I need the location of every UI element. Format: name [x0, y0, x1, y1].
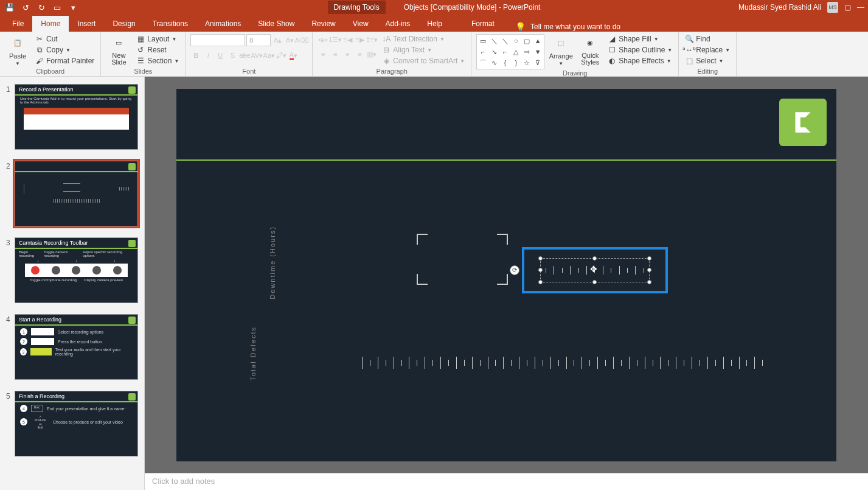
slide-thumbnail-panel[interactable]: 1 Record a Presentation Use the Camtasia… [0, 77, 145, 490]
shape-arc-icon[interactable]: ⌒ [478, 58, 488, 68]
clear-formatting-icon[interactable]: A⌫ [296, 35, 307, 46]
shape-star-icon[interactable]: ☆ [522, 58, 532, 68]
shape-scroll-up-icon[interactable]: ▲ [533, 36, 543, 46]
tab-animations[interactable]: Animations [196, 16, 249, 32]
resize-handle[interactable] [538, 268, 543, 272]
tab-review[interactable]: Review [303, 16, 344, 32]
tab-format[interactable]: Format [463, 16, 503, 32]
shape-oval-icon[interactable]: ○ [511, 36, 521, 46]
tab-home[interactable]: Home [32, 16, 69, 32]
align-left-button[interactable]: ≡ [318, 49, 328, 60]
shape-rbrace-icon[interactable]: } [511, 58, 521, 68]
shape-line-icon[interactable]: ＼ [489, 36, 499, 46]
convert-smartart-button[interactable]: ◈Convert to SmartArt▼ [381, 56, 466, 66]
shape-more-icon[interactable]: ⊽ [533, 58, 543, 68]
resize-handle[interactable] [592, 280, 597, 284]
ribbon-display-options-icon[interactable]: ▢ [844, 3, 851, 12]
resize-handle[interactable] [647, 256, 651, 261]
shape-line2-icon[interactable]: ＼ [500, 36, 510, 46]
slide-thumbnail-3[interactable]: Camtasia Recording Toolbar Begin recordi… [15, 237, 138, 303]
section-button[interactable]: ☰Section▼ [135, 56, 180, 66]
format-painter-button[interactable]: 🖌Format Painter [34, 56, 95, 66]
underline-button[interactable]: U [215, 50, 226, 61]
tab-addins[interactable]: Add-ins [377, 16, 419, 32]
resize-handle[interactable] [647, 280, 651, 284]
slide-thumbnail-5[interactable]: Finish a Recording 4EscEnd your presenta… [15, 391, 138, 457]
user-name[interactable]: Mudassir Syed Rashid Ali [738, 3, 821, 12]
strikethrough-button[interactable]: abc [239, 50, 250, 61]
shape-rrect-icon[interactable]: ▢ [522, 36, 532, 46]
tab-file[interactable]: File [4, 16, 32, 32]
tab-insert[interactable]: Insert [69, 16, 104, 32]
reset-button[interactable]: ↺Reset [135, 45, 180, 55]
font-name-input[interactable] [190, 34, 245, 46]
numbering-button[interactable]: 1☰▾ [330, 34, 341, 45]
align-text-button[interactable]: ⊟Align Text▼ [381, 45, 466, 55]
font-color-button[interactable]: A▾ [288, 50, 299, 61]
increase-indent-button[interactable]: ≡▶ [354, 34, 365, 45]
rotate-handle-icon[interactable]: ⟳ [510, 265, 519, 275]
italic-button[interactable]: I [203, 50, 214, 61]
minimize-icon[interactable]: — [857, 3, 864, 12]
tell-me-search[interactable]: 💡 Tell me what you want to do [515, 22, 620, 32]
shape-triangle-icon[interactable]: △ [511, 47, 521, 57]
justify-button[interactable]: ≡ [354, 49, 365, 60]
notes-pane[interactable]: Click to add notes [145, 473, 868, 490]
tab-slideshow[interactable]: Slide Show [249, 16, 303, 32]
shape-effects-button[interactable]: ◐Shape Effects▼ [606, 56, 673, 66]
shape-outline-button[interactable]: ☐Shape Outline▼ [606, 45, 673, 55]
slide-thumbnail-4[interactable]: Start a Recording 1Select recording opti… [15, 314, 138, 380]
columns-button[interactable]: ▥▾ [366, 49, 377, 60]
find-button[interactable]: 🔍Find [684, 34, 731, 44]
cut-button[interactable]: ✂Cut [34, 34, 95, 44]
slide-canvas-wrap[interactable]: Downtime (Hours) Total Defects ⟳ [145, 77, 868, 473]
increase-font-icon[interactable]: A▴ [272, 35, 283, 46]
tab-design[interactable]: Design [104, 16, 144, 32]
copy-button[interactable]: ⧉Copy▼ [34, 45, 95, 55]
paste-button[interactable]: 📋 Paste ▼ [5, 34, 30, 66]
resize-handle[interactable] [538, 256, 543, 261]
shape-elbow-icon[interactable]: ⌐ [500, 47, 510, 57]
shape-arrow2-icon[interactable]: ⇨ [522, 47, 532, 57]
resize-handle[interactable] [538, 280, 543, 284]
font-size-input[interactable] [246, 34, 271, 46]
slide-canvas[interactable]: Downtime (Hours) Total Defects ⟳ [176, 89, 836, 461]
slide-thumbnail-1[interactable]: Record a Presentation Use the Camtasia A… [15, 84, 138, 150]
start-from-beginning-icon[interactable]: ▭ [51, 1, 63, 13]
highlight-button[interactable]: 🖍▾ [276, 50, 286, 61]
user-avatar[interactable]: MS [827, 2, 838, 13]
quick-styles-button[interactable]: ◉Quick Styles [577, 34, 603, 66]
shape-arrow-icon[interactable]: ↘ [489, 47, 499, 57]
save-icon[interactable]: 💾 [4, 1, 16, 13]
layout-button[interactable]: ▦Layout▼ [135, 34, 180, 44]
bullets-button[interactable]: ⦁☰▾ [318, 34, 328, 45]
char-spacing-button[interactable]: AV▾ [251, 50, 262, 61]
shape-connector-icon[interactable]: ⌐ [478, 47, 488, 57]
arrange-button[interactable]: ⬚Arrange▼ [548, 34, 574, 66]
shape-lbrace-icon[interactable]: { [500, 58, 510, 68]
shapes-gallery[interactable]: ▭＼＼○▢▲ ⌐↘⌐△⇨▼ ⌒∿{}☆⊽ [476, 34, 544, 69]
text-direction-button[interactable]: ↕AText Direction▼ [381, 34, 466, 44]
qat-customize-icon[interactable]: ▾ [67, 1, 79, 13]
new-slide-button[interactable]: ▭ New Slide [106, 34, 131, 66]
shadow-button[interactable]: S [227, 50, 238, 61]
shape-rect-icon[interactable]: ▭ [478, 36, 488, 46]
shape-curve-icon[interactable]: ∿ [489, 58, 499, 68]
change-case-button[interactable]: Aa▾ [263, 50, 274, 61]
decrease-font-icon[interactable]: A▾ [284, 35, 295, 46]
bracket-placeholder[interactable] [417, 234, 508, 285]
align-center-button[interactable]: ≡ [330, 49, 341, 60]
tab-view[interactable]: View [344, 16, 377, 32]
redo-icon[interactable]: ↻ [35, 1, 47, 13]
resize-handle[interactable] [647, 268, 651, 272]
bold-button[interactable]: B [190, 50, 201, 61]
undo-icon[interactable]: ↺ [19, 1, 32, 13]
tab-help[interactable]: Help [418, 16, 451, 32]
tab-transitions[interactable]: Transitions [144, 16, 196, 32]
align-right-button[interactable]: ≡ [342, 49, 353, 60]
resize-handle[interactable] [592, 256, 597, 261]
decrease-indent-button[interactable]: ≡◀ [342, 34, 353, 45]
line-spacing-button[interactable]: ‡≡▾ [366, 34, 377, 45]
selected-shape[interactable]: ⟳ ✥ [522, 247, 668, 293]
replace-button[interactable]: ᵃ↔ᵇReplace ▼ [684, 45, 731, 55]
